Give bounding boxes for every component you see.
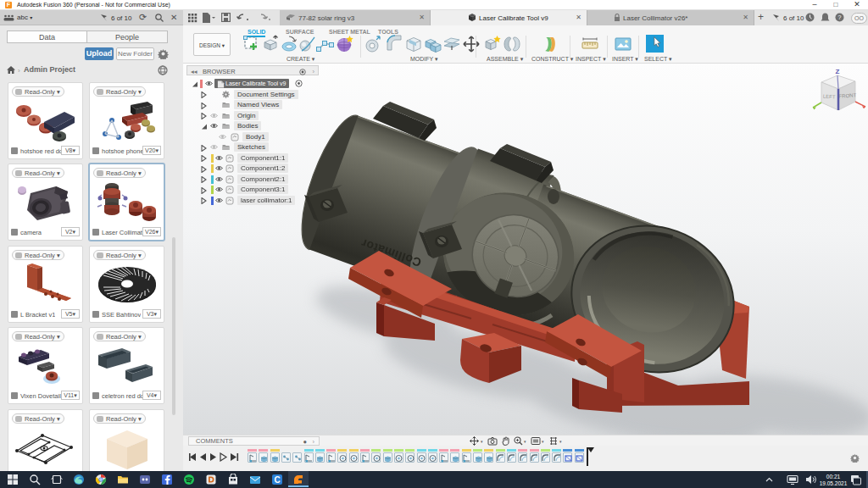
svg-text:?: ? [838,14,842,20]
svg-text:00:21: 00:21 [826,474,841,480]
svg-text:Z: Z [836,68,840,75]
svg-text:LEFT: LEFT [823,94,836,100]
svg-text:C: C [274,475,280,485]
svg-text:19.05.2021: 19.05.2021 [820,480,848,486]
